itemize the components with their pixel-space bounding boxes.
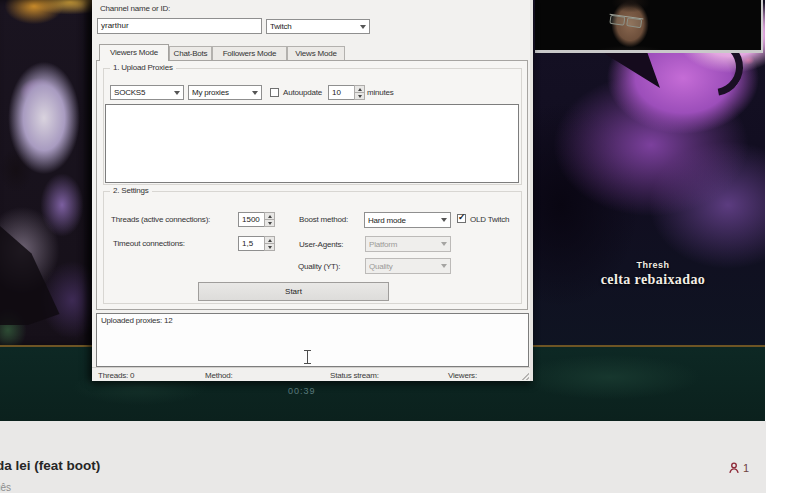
upload-proxies-group-label: 1. Upload Proxies — [110, 63, 176, 72]
proxy-type-value: SOCKS5 — [114, 88, 172, 97]
stepper-down-button[interactable] — [264, 244, 275, 251]
boost-method-value: Hard mode — [368, 216, 439, 225]
status-bar: Threads: 0 Method: Status stream: Viewer… — [92, 367, 530, 381]
screenshot-root: Thresh celta rebaixadao 00:39 Channel na… — [0, 0, 800, 493]
threads-stepper[interactable]: 1500 — [238, 212, 275, 227]
ibeam-cursor — [304, 350, 311, 364]
tab-views-mode[interactable]: Views Mode — [287, 46, 345, 61]
stream-tag[interactable]: uês — [0, 482, 11, 493]
chevron-down-icon — [441, 242, 447, 246]
champion-select-label: Thresh celta rebaixadao — [573, 260, 733, 288]
viewers-mode-panel: 1. Upload Proxies SOCKS5 My proxies Auto… — [96, 60, 528, 310]
start-button[interactable]: Start — [198, 282, 389, 301]
champion-name: Thresh — [573, 260, 733, 270]
champion-subtitle: celta rebaixadao — [573, 272, 733, 288]
webcam-shoulder — [575, 34, 685, 53]
autoupdate-label: Autoupdate — [283, 88, 322, 97]
arrow-up-icon — [268, 215, 272, 218]
channel-label: Channel name or ID: — [100, 4, 170, 13]
user-agents-value: Platform — [369, 240, 439, 249]
quality-value: Quality — [369, 262, 439, 271]
proxy-source-value: My proxies — [192, 88, 250, 97]
chevron-down-icon — [360, 25, 366, 29]
splash-shadow-shape — [0, 215, 70, 325]
old-twitch-checkbox[interactable]: ✓ — [457, 214, 466, 223]
viewer-count: 1 — [727, 461, 749, 475]
quality-select[interactable]: Quality — [365, 258, 451, 274]
status-threads: Threads: 0 — [98, 371, 134, 380]
platform-select[interactable]: Twitch — [266, 19, 370, 34]
stepper-up-button[interactable] — [264, 236, 275, 244]
chevron-down-icon — [441, 264, 447, 268]
viewer-count-value: 1 — [743, 462, 749, 474]
proxy-type-select[interactable]: SOCKS5 — [110, 85, 184, 100]
arrow-up-icon — [268, 239, 272, 242]
settings-group-label: 2. Settings — [110, 186, 152, 195]
proxy-source-select[interactable]: My proxies — [188, 85, 262, 100]
minutes-label: minutes — [367, 88, 394, 97]
arrow-down-icon — [358, 95, 362, 98]
arrow-up-icon — [358, 88, 362, 91]
autoupdate-interval-stepper[interactable]: 10 — [328, 85, 365, 100]
page-below-video: da lei (feat boot) uês — [0, 421, 766, 493]
stepper-down-button[interactable] — [264, 220, 275, 227]
status-viewers: Viewers: — [448, 371, 477, 380]
stepper-up-button[interactable] — [354, 85, 365, 93]
stream-video-player[interactable]: Thresh celta rebaixadao 00:39 Channel na… — [0, 0, 765, 421]
tab-followers-mode[interactable]: Followers Mode — [212, 46, 287, 61]
chevron-down-icon — [174, 91, 180, 95]
webcam-overlay — [535, 0, 763, 53]
chevron-down-icon — [441, 218, 447, 222]
user-agents-select[interactable]: Platform — [365, 236, 451, 252]
timeout-value[interactable]: 1,5 — [238, 236, 264, 251]
interval-value[interactable]: 10 — [328, 85, 354, 100]
arrow-down-icon — [268, 246, 272, 249]
tab-chat-bots[interactable]: Chat-Bots — [169, 46, 212, 61]
stepper-up-button[interactable] — [264, 212, 275, 220]
viewer-bot-window: Channel name or ID: yrarthur Twitch View… — [92, 0, 533, 381]
boost-method-select[interactable]: Hard mode — [364, 212, 451, 228]
person-icon — [727, 461, 741, 475]
timeout-stepper[interactable]: 1,5 — [238, 236, 275, 251]
threads-label: Threads (active connections): — [111, 215, 210, 224]
channel-input[interactable]: yrarthur — [97, 18, 262, 34]
old-twitch-label: OLD Twitch — [470, 215, 509, 224]
resize-grip[interactable] — [519, 370, 529, 380]
autoupdate-checkbox[interactable] — [270, 88, 279, 97]
stepper-down-button[interactable] — [354, 93, 365, 100]
arrow-down-icon — [268, 222, 272, 225]
quality-label: Quality (YT): — [298, 262, 340, 271]
stream-title: da lei (feat boot) — [0, 458, 100, 473]
video-timestamp: 00:39 — [288, 386, 316, 396]
chevron-down-icon — [252, 91, 258, 95]
threads-value[interactable]: 1500 — [238, 212, 264, 227]
log-output-box[interactable]: Uploaded proxies: 12 — [96, 313, 529, 367]
user-agents-label: User-Agents: — [299, 240, 343, 249]
checkmark-icon: ✓ — [458, 212, 466, 222]
proxy-list-box[interactable] — [105, 104, 519, 183]
champion-splash-left — [0, 0, 92, 346]
platform-select-value: Twitch — [270, 22, 358, 31]
tab-viewers-mode[interactable]: Viewers Mode — [99, 44, 169, 61]
status-method: Method: — [205, 371, 233, 380]
boost-method-label: Boost method: — [299, 215, 348, 224]
mode-tab-bar: Viewers Mode Chat-Bots Followers Mode Vi… — [99, 44, 345, 61]
timeout-label: Timeout connections: — [113, 239, 185, 248]
status-stream: Status stream: — [330, 371, 379, 380]
